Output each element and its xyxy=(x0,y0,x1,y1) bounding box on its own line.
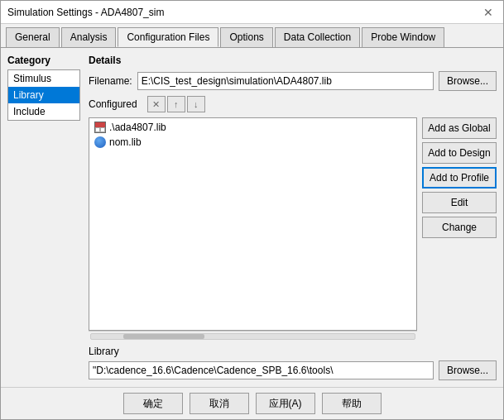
library-row: Browse... xyxy=(89,360,497,380)
globe-file-icon xyxy=(94,136,106,148)
close-icon[interactable]: ✕ xyxy=(480,6,497,19)
add-to-design-button[interactable]: Add to Design xyxy=(422,142,497,164)
configured-row: Configured ✕ ↑ ↓ xyxy=(89,96,497,112)
right-panel: Details Filename: Browse... Configured ✕… xyxy=(89,55,497,380)
confirm-button[interactable]: 确定 xyxy=(123,393,183,414)
help-button[interactable]: 帮助 xyxy=(322,393,382,414)
file-item-label: .\ada4807.lib xyxy=(109,122,166,133)
details-heading: Details xyxy=(89,55,497,66)
move-down-icon-button[interactable]: ↓ xyxy=(187,96,205,112)
left-panel: Category Stimulus Library Include xyxy=(7,55,82,380)
table-file-icon xyxy=(94,122,106,133)
footer: 确定 取消 应用(A) 帮助 xyxy=(1,387,503,419)
category-item-include[interactable]: Include xyxy=(8,103,79,120)
move-up-icon-button[interactable]: ↑ xyxy=(167,96,185,112)
library-section: Library Browse... xyxy=(89,346,497,380)
titlebar: Simulation Settings - ADA4807_sim ✕ xyxy=(1,1,503,24)
filename-input[interactable] xyxy=(137,72,434,90)
apply-button[interactable]: 应用(A) xyxy=(256,393,315,414)
filename-row: Filename: Browse... xyxy=(89,71,497,91)
tab-analysis[interactable]: Analysis xyxy=(61,27,117,47)
action-buttons: Add as Global Add to Design Add to Profi… xyxy=(422,117,497,341)
library-browse-button[interactable]: Browse... xyxy=(439,360,497,380)
category-item-stimulus[interactable]: Stimulus xyxy=(8,70,79,87)
scrollbar-track xyxy=(90,333,415,340)
tab-options[interactable]: Options xyxy=(220,27,272,47)
simulation-settings-window: Simulation Settings - ADA4807_sim ✕ Gene… xyxy=(0,0,504,420)
content-area: Category Stimulus Library Include Detail… xyxy=(1,48,503,387)
cancel-button[interactable]: 取消 xyxy=(190,393,249,414)
filename-browse-button[interactable]: Browse... xyxy=(439,71,497,91)
category-heading: Category xyxy=(7,55,82,66)
tab-data-collection[interactable]: Data Collection xyxy=(275,27,360,47)
horizontal-scrollbar[interactable] xyxy=(89,331,417,341)
category-list: Stimulus Library Include xyxy=(7,69,80,121)
delete-icon-button[interactable]: ✕ xyxy=(147,96,166,112)
configured-label: Configured xyxy=(89,98,137,110)
file-list[interactable]: .\ada4807.lib nom.lib xyxy=(89,117,417,331)
list-item[interactable]: .\ada4807.lib xyxy=(91,120,415,135)
main-area: .\ada4807.lib nom.lib xyxy=(89,117,497,341)
tab-general[interactable]: General xyxy=(6,27,60,47)
list-item[interactable]: nom.lib xyxy=(91,135,415,150)
add-to-profile-button[interactable]: Add to Profile xyxy=(422,167,497,189)
file-item-label: nom.lib xyxy=(109,136,142,148)
toolbar-icons: ✕ ↑ ↓ xyxy=(147,96,205,112)
add-as-global-button[interactable]: Add as Global xyxy=(422,117,497,139)
tab-configuration-files[interactable]: Configuration Files xyxy=(118,27,218,47)
change-button[interactable]: Change xyxy=(422,217,497,238)
edit-button[interactable]: Edit xyxy=(422,192,497,213)
tabs-row: General Analysis Configuration Files Opt… xyxy=(1,24,503,48)
filename-label: Filename: xyxy=(89,75,132,87)
library-label: Library xyxy=(89,346,497,357)
tab-probe-window[interactable]: Probe Window xyxy=(362,27,444,47)
category-item-library[interactable]: Library xyxy=(8,87,79,103)
scrollbar-thumb xyxy=(123,334,204,339)
window-title: Simulation Settings - ADA4807_sim xyxy=(7,7,164,18)
library-input[interactable] xyxy=(89,361,434,379)
file-list-scroll-container: .\ada4807.lib nom.lib xyxy=(89,117,417,341)
